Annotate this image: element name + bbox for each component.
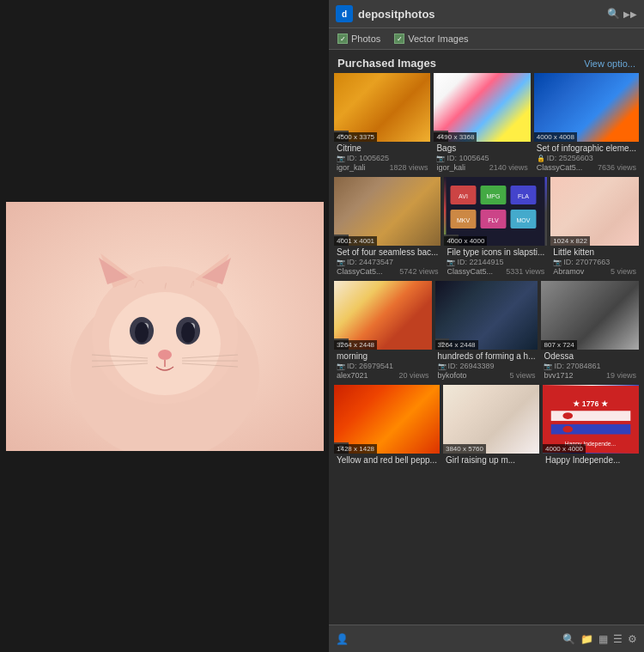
image-card-bags[interactable]: ▼ 4490 x 3368 Bags 📷 ID: 1005645 igor_ka… xyxy=(434,73,530,174)
dims-morning: 3264 x 2448 xyxy=(334,340,377,350)
info-odessa: Odessa 📷 ID: 27084861 bvv1712 19 views xyxy=(541,350,639,381)
camera-icon-citrine: 📷 xyxy=(337,155,345,162)
author-name-crowd: bykofoto xyxy=(438,371,467,380)
grid-row-1: ▼ 4500 x 3375 Citrine 📷 ID: 1005625 igor… xyxy=(334,73,639,174)
logo-text: depositphotos xyxy=(358,8,435,21)
filter-row: ✓ Photos ✓ Vector Images xyxy=(329,28,644,50)
svg-text:FLV: FLV xyxy=(489,217,500,223)
info-little-kitten: Little kitten 📷 ID: 27077663 Abramov 5 v… xyxy=(550,246,639,277)
grid-toolbar-icon[interactable]: ▦ xyxy=(598,633,608,645)
dims-infographic: 4000 x 4008 xyxy=(534,132,577,142)
title-independence: Happy Independe... xyxy=(545,455,636,465)
id-odessa: ID: 27084861 xyxy=(554,362,600,370)
meta-little-kitten: 📷 ID: 27077663 xyxy=(553,258,636,266)
view-options-link[interactable]: View optio... xyxy=(584,58,635,69)
image-card-seamless[interactable]: ▼ 4001 x 4001 Set of four seamless bac..… xyxy=(334,177,440,277)
expand-icon[interactable]: ▶▶ xyxy=(623,9,637,19)
svg-text:★ 1776 ★: ★ 1776 ★ xyxy=(573,399,608,408)
dims-seamless: 4001 x 4001 xyxy=(334,236,377,246)
info-independence: Happy Independe... xyxy=(543,454,639,466)
dims-peppers: 1428 x 1428 xyxy=(334,444,377,454)
dims-crowd: 3264 x 2448 xyxy=(435,340,478,350)
person-icon[interactable]: 👤 xyxy=(336,633,349,645)
camera-icon-odessa: 📷 xyxy=(544,363,552,370)
author-little-kitten: Abramov 5 views xyxy=(553,267,636,276)
image-thumb-bags: ▼ 4490 x 3368 xyxy=(434,73,530,142)
author-name-infographic: ClassyCat5... xyxy=(537,163,583,172)
folder-toolbar-icon[interactable]: 📁 xyxy=(580,633,593,645)
search-area[interactable]: 🔍 ▶▶ xyxy=(607,8,637,20)
title-girl: Girl raising up m... xyxy=(446,455,537,465)
dims-odessa: 807 x 724 xyxy=(541,340,576,350)
info-citrine: Citrine 📷 ID: 1005625 igor_kali 1828 vie… xyxy=(334,142,430,174)
svg-point-8 xyxy=(109,292,221,395)
meta-infographic: 🔒 ID: 25256603 xyxy=(537,154,636,162)
views-citrine: 1828 views xyxy=(389,163,428,172)
title-infographic: Set of infographic eleme... xyxy=(537,143,636,153)
lock-icon-infographic: 🔒 xyxy=(537,155,545,162)
logo-area: d depositphotos xyxy=(336,5,435,22)
id-citrine: ID: 1005625 xyxy=(347,154,389,162)
image-card-fileicons[interactable]: AVI MPG FLA MKV FLV MOV xyxy=(444,177,547,277)
id-bags: ID: 1005645 xyxy=(447,154,489,162)
svg-text:FLA: FLA xyxy=(518,193,529,199)
author-name-morning: alex7021 xyxy=(337,371,368,380)
dims-girl: 3840 x 5760 xyxy=(443,444,486,454)
info-peppers: Yellow and red bell pepp... xyxy=(334,454,440,466)
section-title: Purchased Images xyxy=(337,57,436,70)
svg-text:MKV: MKV xyxy=(457,217,471,223)
meta-bags: 📷 ID: 1005645 xyxy=(436,154,527,162)
image-card-infographic[interactable]: 4000 x 4008 Set of infographic eleme... … xyxy=(534,73,639,174)
thumb-kitten-small xyxy=(550,177,639,246)
author-name-odessa: bvv1712 xyxy=(544,371,573,380)
image-card-girl[interactable]: 3840 x 5760 Girl raising up m... xyxy=(443,385,539,466)
views-fileicons: 5331 views xyxy=(506,267,544,276)
search-icon[interactable]: 🔍 xyxy=(607,8,620,20)
info-crowd: hundreds of forming a h... 📷 ID: 2694338… xyxy=(435,350,538,381)
info-fileicons: File type icons in slapsti... 📷 ID: 2214… xyxy=(444,246,547,277)
vector-label: Vector Images xyxy=(408,34,468,44)
author-name-bags: igor_kali xyxy=(436,163,465,172)
vector-checkbox[interactable]: ✓ xyxy=(394,34,404,44)
image-card-crowd[interactable]: ▼ 3264 x 2448 hundreds of forming a h...… xyxy=(435,281,538,381)
image-card-odessa[interactable]: 807 x 724 Odessa 📷 ID: 27084861 bvv1712 … xyxy=(541,281,639,381)
svg-point-41 xyxy=(562,426,573,433)
id-seamless: ID: 24473547 xyxy=(347,258,393,266)
id-morning: ID: 26979541 xyxy=(347,362,393,370)
id-fileicons: ID: 22144915 xyxy=(457,258,503,266)
image-card-independence[interactable]: ★ 1776 ★ Happy Independe... 4000 x 4000 … xyxy=(543,385,639,466)
views-crowd: 5 views xyxy=(509,371,535,380)
title-crowd: hundreds of forming a h... xyxy=(438,351,536,361)
settings-toolbar-icon[interactable]: ⚙ xyxy=(628,633,637,645)
author-citrine: igor_kali 1828 views xyxy=(337,163,428,172)
photos-filter[interactable]: ✓ Photos xyxy=(337,34,380,44)
image-thumb-crowd: ▼ 3264 x 2448 xyxy=(435,281,538,350)
dims-bags: 4490 x 3368 xyxy=(434,132,477,142)
photos-checkbox[interactable]: ✓ xyxy=(337,34,348,44)
dims-citrine: 4500 x 3375 xyxy=(334,132,377,142)
image-card-morning[interactable]: ▼ 3264 x 2448 morning 📷 ID: 26979541 ale… xyxy=(334,281,432,381)
camera-icon-little-kitten: 📷 xyxy=(553,259,562,266)
image-card-citrine[interactable]: ▼ 4500 x 3375 Citrine 📷 ID: 1005625 igor… xyxy=(334,73,430,174)
camera-icon-crowd: 📷 xyxy=(438,363,447,370)
toolbar-left: 👤 xyxy=(336,633,349,645)
image-card-peppers[interactable]: ▼ 1428 x 1428 Yellow and red bell pepp..… xyxy=(334,385,440,466)
search-toolbar-icon[interactable]: 🔍 xyxy=(562,633,575,645)
camera-icon-fileicons: 📷 xyxy=(447,259,455,266)
image-thumb-independence: ★ 1776 ★ Happy Independe... 4000 x 4000 xyxy=(543,385,639,454)
author-morning: alex7021 20 views xyxy=(337,371,429,380)
thumb-infographic xyxy=(534,73,639,142)
image-thumb-girl: 3840 x 5760 xyxy=(443,385,539,454)
thumb-peppers xyxy=(334,385,440,454)
list-toolbar-icon[interactable]: ☰ xyxy=(613,633,623,645)
camera-icon-bags: 📷 xyxy=(436,155,445,162)
vector-filter[interactable]: ✓ Vector Images xyxy=(394,34,468,44)
svg-point-13 xyxy=(135,322,149,343)
image-card-little-kitten[interactable]: 1024 x 822 Little kitten 📷 ID: 27077663 … xyxy=(550,177,639,277)
author-name-little-kitten: Abramov xyxy=(553,267,584,276)
image-thumb-infographic: 4000 x 4008 xyxy=(534,73,639,142)
views-seamless: 5742 views xyxy=(399,267,438,276)
left-preview-panel xyxy=(0,0,329,652)
views-odessa: 19 views xyxy=(606,371,636,380)
info-seamless: Set of four seamless bac... 📷 ID: 244735… xyxy=(334,246,440,277)
